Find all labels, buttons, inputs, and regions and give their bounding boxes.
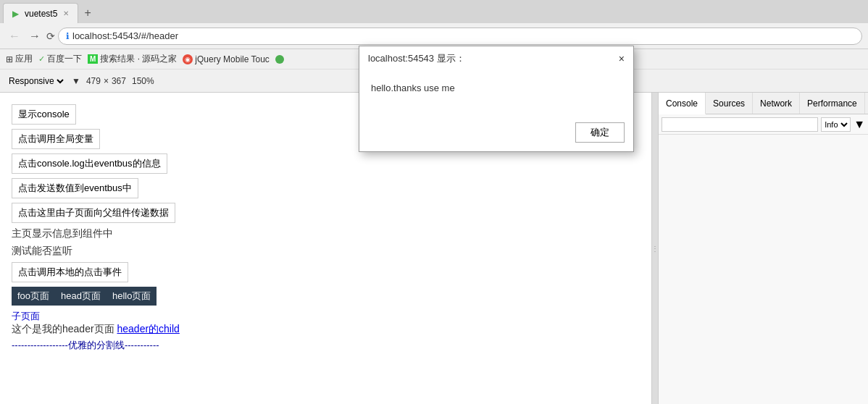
modal-body: hello.thanks use me (359, 71, 633, 117)
modal-close-button[interactable]: × (619, 53, 625, 64)
tab-console[interactable]: Console (659, 93, 706, 114)
show-console-button[interactable]: 显示console (12, 104, 76, 125)
modal-ok-button[interactable]: 确定 (575, 122, 625, 143)
drag-handle[interactable]: ⋮ (652, 93, 658, 404)
browser-tab[interactable]: ▶ vuetest5 ✕ (3, 3, 78, 23)
sub-tab-child[interactable]: 子页面 (12, 310, 40, 323)
alert-modal: localhost:54543 显示： × hello.thanks use m… (359, 46, 634, 152)
devtools-filter-bar: Info ▼ (659, 114, 868, 135)
bookmark-baidu[interactable]: ✓ 百度一下 (38, 53, 82, 65)
tab-close-icon[interactable]: ✕ (63, 9, 69, 17)
header-child-link[interactable]: header的child (117, 323, 179, 334)
forward-button[interactable]: → (26, 28, 43, 44)
divider-text: ------------------优雅的分割线----------- (12, 339, 640, 352)
bookmark-search-label: 搜索结果 · 源码之家 (100, 53, 177, 65)
modal-footer: 确定 (359, 117, 633, 151)
monitor-text: 测试能否监听 (12, 245, 640, 258)
console-filter-input[interactable] (662, 117, 818, 132)
dimension-display: 479 × 367 (86, 76, 126, 86)
bookmark-baidu-label: 百度一下 (47, 53, 82, 65)
nav-tab-head[interactable]: head页面 (55, 287, 107, 306)
bookmark-dot (275, 55, 284, 64)
height-value: 367 (112, 76, 126, 86)
times-icon: × (104, 76, 109, 86)
bookmark-apps[interactable]: ⊞ 应用 (6, 53, 33, 65)
level-dropdown-icon: ▼ (854, 118, 865, 131)
tab-bar: ▶ vuetest5 ✕ + (0, 0, 868, 23)
nav-tab-hello[interactable]: hello页面 (107, 287, 157, 306)
address-text: localhost:54543/#/header (72, 30, 178, 41)
send-eventbus-button[interactable]: 点击发送数值到eventbus中 (12, 178, 138, 198)
search-icon: M (88, 54, 98, 64)
tab-title: vuetest5 (25, 9, 57, 19)
tab-performance[interactable]: Performance (800, 93, 865, 114)
header-page-text: 这个是我的header页面 header的child (12, 323, 640, 336)
address-bar[interactable]: ℹ localhost:54543/#/header (58, 28, 862, 45)
local-click-button[interactable]: 点击调用本地的点击事件 (12, 262, 128, 282)
bookmark-jquery[interactable]: ◉ jQuery Mobile Touc (183, 54, 270, 64)
width-value: 479 (86, 76, 101, 86)
bookmark-apps-label: 应用 (15, 53, 33, 65)
new-tab-button[interactable]: + (78, 3, 96, 23)
log-eventbus-button[interactable]: 点击console.log出eventbus的信息 (12, 153, 167, 174)
reload-button[interactable]: ⟳ (46, 30, 55, 42)
tab-sources[interactable]: Sources (706, 93, 753, 114)
log-level-select[interactable]: Info (821, 117, 851, 132)
bookmark-jquery-label: jQuery Mobile Touc (195, 54, 270, 64)
secure-icon: ℹ (66, 31, 70, 41)
dropdown-icon: ▼ (72, 76, 80, 86)
tab-more[interactable]: Me (865, 93, 868, 114)
home-info-text: 主页显示信息到组件中 (12, 227, 640, 240)
baidu-icon: ✓ (38, 54, 45, 64)
devtools-panel: Console Sources Network Performance Me I… (658, 93, 868, 404)
devtools-tabs: Console Sources Network Performance Me (659, 93, 868, 114)
sub-tabs: 子页面 (12, 310, 640, 323)
tab-favicon: ▶ (12, 9, 19, 19)
tab-network[interactable]: Network (753, 93, 800, 114)
nav-tabs: foo页面 head页面 hello页面 (12, 287, 640, 306)
jquery-icon: ◉ (183, 54, 193, 64)
nav-tab-foo[interactable]: foo页面 (12, 287, 55, 306)
modal-title: localhost:54543 显示： (368, 52, 465, 65)
modal-titlebar: localhost:54543 显示： × (359, 46, 633, 71)
modal-message: hello.thanks use me (371, 83, 622, 93)
apps-icon: ⊞ (6, 54, 13, 64)
zoom-value: 150% (132, 76, 154, 86)
responsive-select[interactable]: Responsive (6, 75, 66, 87)
child-to-parent-button[interactable]: 点击这里由子页面向父组件传递数据 (12, 203, 175, 223)
back-button[interactable]: ← (6, 28, 23, 44)
bookmark-search[interactable]: M 搜索结果 · 源码之家 (88, 53, 177, 65)
call-global-button[interactable]: 点击调用全局变量 (12, 129, 100, 149)
